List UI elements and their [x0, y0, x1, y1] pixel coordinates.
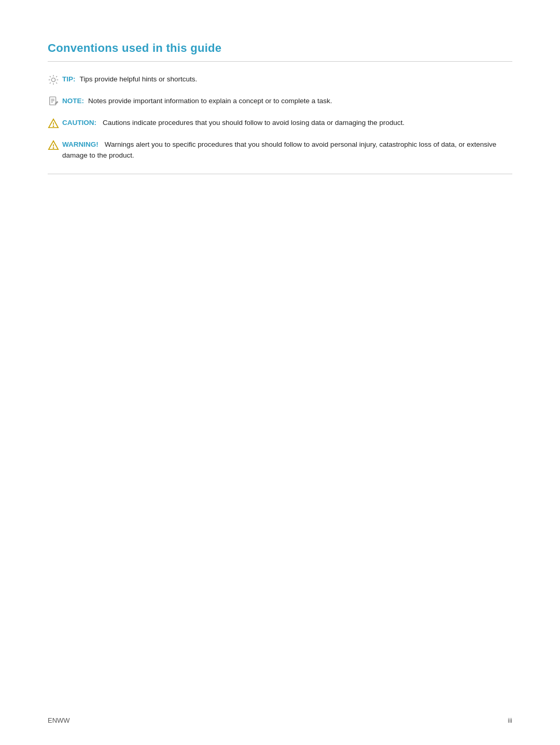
page-title: Conventions used in this guide	[48, 41, 512, 55]
tip-description: Tips provide helpful hints or shortcuts.	[80, 74, 198, 85]
caution-content: CAUTION: Cautions indicate procedures th…	[62, 118, 512, 129]
note-keyword: NOTE:	[62, 97, 84, 105]
note-content: NOTE: Notes provide important informatio…	[62, 96, 512, 107]
warning-keyword: WARNING!	[62, 140, 99, 148]
warning-description: Warnings alert you to specific procedure…	[62, 140, 496, 159]
svg-point-15	[53, 126, 53, 126]
svg-line-5	[50, 76, 51, 77]
caution-description: Cautions indicate procedures that you sh…	[103, 119, 404, 126]
tip-keyword: TIP:	[62, 75, 76, 83]
footer: ENWW iii	[48, 716, 512, 724]
svg-line-8	[50, 82, 51, 83]
svg-point-0	[51, 78, 55, 81]
footer-left: ENWW	[48, 716, 70, 724]
caution-keyword: CAUTION:	[62, 119, 96, 126]
note-row: NOTE: Notes provide important informatio…	[48, 91, 512, 113]
caution-row: CAUTION: Cautions indicate procedures th…	[48, 113, 512, 134]
page-content: Conventions used in this guide	[0, 0, 560, 216]
svg-line-7	[56, 76, 57, 77]
svg-point-18	[53, 148, 53, 148]
warning-icon	[48, 139, 59, 151]
svg-line-6	[56, 82, 57, 83]
note-description: Notes provide important information to e…	[88, 96, 332, 107]
tip-row: TIP: Tips provide helpful hints or short…	[48, 69, 512, 91]
note-icon	[48, 96, 59, 107]
warning-row: WARNING! Warnings alert you to specific …	[48, 134, 512, 166]
tip-icon	[48, 74, 59, 86]
caution-icon	[48, 118, 59, 129]
conventions-box: TIP: Tips provide helpful hints or short…	[48, 61, 512, 174]
footer-right: iii	[508, 716, 512, 724]
tip-content: TIP: Tips provide helpful hints or short…	[62, 74, 512, 85]
warning-content: WARNING! Warnings alert you to specific …	[62, 139, 512, 161]
